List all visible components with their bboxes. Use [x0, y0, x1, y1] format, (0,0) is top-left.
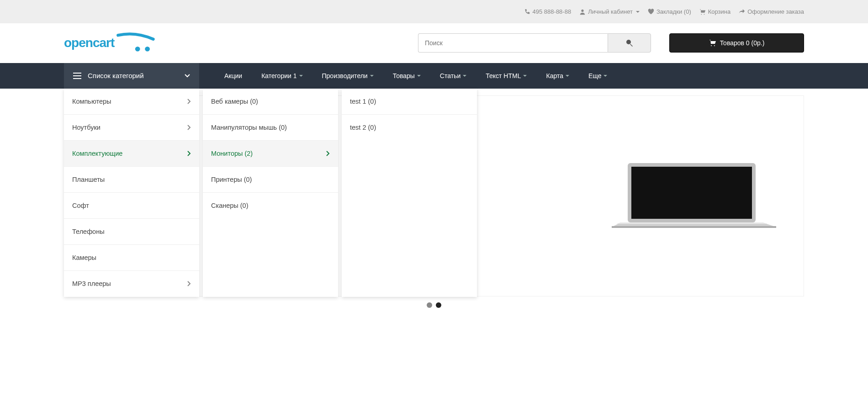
top-bar: 495 888-88-88 Личный кабинет Закладки (0… — [0, 0, 868, 23]
menu-item-label: Планшеты — [72, 176, 105, 183]
nav-item[interactable]: Производители — [322, 72, 374, 79]
phone-text: 495 888-88-88 — [533, 8, 572, 15]
menu-item-label: Сканеры (0) — [211, 202, 249, 209]
logo-cart-icon — [116, 32, 155, 54]
menu-item-label: Камеры — [72, 254, 96, 261]
nav-item-label: Категории 1 — [261, 72, 296, 79]
logo-text: opencart — [64, 32, 155, 54]
nav-item-label: Товары — [393, 72, 415, 79]
menu-item[interactable]: Компьютеры — [64, 89, 199, 115]
category-toggle-left: Список категорий — [73, 72, 144, 79]
svg-point-0 — [135, 47, 140, 52]
chevron-right-icon — [187, 99, 191, 104]
nav-item[interactable]: Товары — [393, 72, 421, 79]
account-link[interactable]: Личный кабинет — [579, 8, 640, 15]
svg-marker-3 — [616, 222, 767, 224]
phone-link[interactable]: 495 888-88-88 — [524, 8, 572, 15]
menu-item-label: Софт — [72, 202, 89, 209]
menu-item-label: Веб камеры (0) — [211, 98, 258, 105]
menu-item[interactable]: Мониторы (2) — [203, 141, 338, 167]
search-icon — [626, 39, 633, 47]
menu-item[interactable]: Принтеры (0) — [203, 167, 338, 193]
nav-item-label: Статьи — [440, 72, 460, 79]
search-form — [418, 33, 651, 53]
slider-image — [612, 158, 776, 233]
nav-item-label: Производители — [322, 72, 368, 79]
caret-down-icon — [417, 75, 421, 77]
menu-item-label: Мониторы (2) — [211, 150, 253, 157]
menu-item-label: Телефоны — [72, 228, 105, 235]
menu-item[interactable]: Телефоны — [64, 219, 199, 245]
checkout-link[interactable]: Оформление заказа — [739, 8, 804, 15]
menu-item[interactable]: Веб камеры (0) — [203, 89, 338, 115]
search-input[interactable] — [418, 33, 608, 53]
nav-items: АкцииКатегории 1ПроизводителиТоварыСтать… — [199, 63, 607, 89]
account-text: Личный кабинет — [588, 8, 633, 15]
caret-down-icon — [566, 75, 569, 77]
svg-rect-5 — [631, 167, 752, 219]
content: КомпьютерыНоутбукиКомплектующиеПланшетыС… — [0, 89, 868, 317]
nav-item[interactable]: Карта — [546, 72, 569, 79]
caret-down-icon — [370, 75, 374, 77]
chevron-right-icon — [326, 151, 330, 156]
chevron-right-icon — [187, 125, 191, 130]
nav-item[interactable]: Текст HTML — [486, 72, 527, 79]
category-toggle[interactable]: Список категорий — [64, 63, 199, 89]
menu-item-label: MP3 плееры — [72, 280, 111, 287]
cart-button[interactable]: Товаров 0 (0р.) — [669, 33, 804, 53]
logo-word: opencart — [64, 36, 114, 50]
cart-icon — [709, 39, 716, 47]
nav-item-label: Текст HTML — [486, 72, 521, 79]
menu-item[interactable]: test 1 (0) — [342, 89, 477, 115]
nav-bar: Список категорий АкцииКатегории 1Произво… — [0, 63, 868, 89]
menu-item-label: Ноутбуки — [72, 124, 101, 131]
caret-down-icon — [603, 75, 607, 77]
menu-item-label: test 1 (0) — [350, 98, 376, 105]
wishlist-link[interactable]: Закладки (0) — [648, 8, 691, 15]
nav-item-label: Еще — [588, 72, 602, 79]
caret-down-icon — [636, 11, 640, 13]
caret-down-icon — [523, 75, 527, 77]
menu-item[interactable]: Сканеры (0) — [203, 193, 338, 219]
cart-button-label: Товаров 0 (0р.) — [720, 39, 765, 47]
laptop-icon — [612, 158, 776, 232]
menu-column-1: КомпьютерыНоутбукиКомплектующиеПланшетыС… — [64, 89, 199, 297]
menu-item[interactable]: Софт — [64, 193, 199, 219]
menu-column-3: test 1 (0)test 2 (0) — [342, 89, 477, 297]
menu-item[interactable]: MP3 плееры — [64, 271, 199, 297]
cart-text: Корзина — [708, 8, 731, 15]
header: opencart Товаров 0 (0р.) — [0, 23, 868, 63]
svg-point-1 — [145, 47, 150, 52]
menu-item[interactable]: test 2 (0) — [342, 115, 477, 141]
heart-icon — [648, 9, 654, 15]
menu-item[interactable]: Манипуляторы мышь (0) — [203, 115, 338, 141]
menu-item-label: test 2 (0) — [350, 124, 376, 131]
nav-item[interactable]: Категории 1 — [261, 72, 302, 79]
category-toggle-label: Список категорий — [88, 72, 144, 79]
menu-item[interactable]: Ноутбуки — [64, 115, 199, 141]
nav-item[interactable]: Акции — [224, 72, 242, 79]
logo[interactable]: opencart — [64, 32, 155, 54]
cart-icon — [699, 9, 706, 15]
wishlist-text: Закладки (0) — [656, 8, 691, 15]
menu-item-label: Манипуляторы мышь (0) — [211, 124, 287, 131]
menu-item[interactable]: Комплектующие — [64, 141, 199, 167]
checkout-text: Оформление заказа — [747, 8, 804, 15]
chevron-down-icon — [185, 74, 190, 78]
nav-item[interactable]: Еще — [588, 72, 608, 79]
share-icon — [739, 9, 745, 15]
slider-dot-2[interactable] — [436, 302, 441, 308]
menu-item[interactable]: Камеры — [64, 245, 199, 271]
cart-link[interactable]: Корзина — [699, 8, 731, 15]
menu-column-2: Веб камеры (0)Манипуляторы мышь (0)Монит… — [203, 89, 338, 297]
menu-item-label: Компьютеры — [72, 98, 111, 105]
menu-item[interactable]: Планшеты — [64, 167, 199, 193]
phone-icon — [524, 9, 530, 15]
nav-item[interactable]: Статьи — [440, 72, 466, 79]
svg-rect-6 — [612, 226, 776, 228]
search-button[interactable] — [608, 33, 651, 53]
chevron-right-icon — [187, 281, 191, 286]
slider-dot-1[interactable] — [427, 302, 432, 308]
caret-down-icon — [463, 75, 466, 77]
topbar-items: 495 888-88-88 Личный кабинет Закладки (0… — [524, 8, 804, 15]
